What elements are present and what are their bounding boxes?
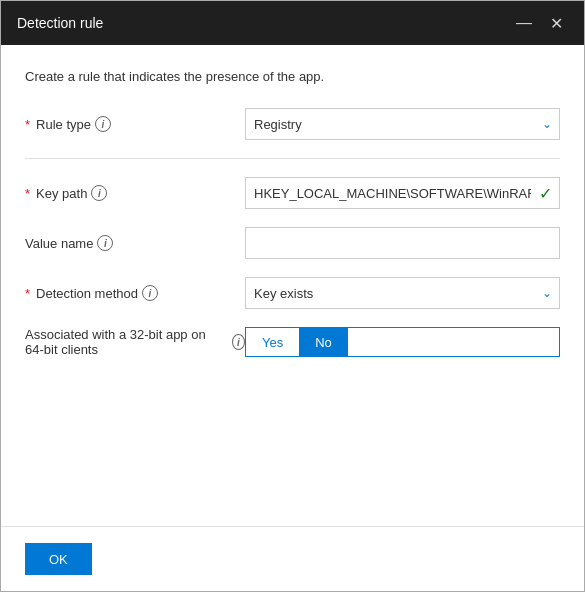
detection-method-select[interactable]: Key exists Does not exist String compari… [245,277,560,309]
rule-type-label: * Rule type i [25,116,245,132]
value-name-label: Value name i [25,235,245,251]
rule-type-select[interactable]: Registry File MSI PowerShell script [245,108,560,140]
detection-method-control: Key exists Does not exist String compari… [245,277,560,309]
value-name-label-text: Value name [25,236,93,251]
key-path-input[interactable] [245,177,560,209]
associated-32bit-label-text: Associated with a 32-bit app on 64-bit c… [25,327,228,357]
required-star-key-path: * [25,186,30,201]
key-path-row: * Key path i ✓ [25,177,560,209]
key-path-control: ✓ [245,177,560,209]
no-button[interactable]: No [299,328,348,356]
rule-type-info-icon: i [95,116,111,132]
title-bar: Detection rule — ✕ [1,1,584,45]
key-path-info-icon: i [91,185,107,201]
key-path-label-text: Key path [36,186,87,201]
ok-button[interactable]: OK [25,543,92,575]
rule-type-control: Registry File MSI PowerShell script ⌄ [245,108,560,140]
rule-type-row: * Rule type i Registry File MSI PowerShe… [25,108,560,140]
close-button[interactable]: ✕ [544,11,568,35]
divider-1 [25,158,560,159]
minimize-button[interactable]: — [512,11,536,35]
dialog-description: Create a rule that indicates the presenc… [25,69,560,84]
yes-no-toggle-group: Yes No [245,327,560,357]
required-star-detection-method: * [25,286,30,301]
rule-type-label-text: Rule type [36,117,91,132]
dialog-footer: OK [1,526,584,591]
detection-method-info-icon: i [142,285,158,301]
title-bar-controls: — ✕ [512,11,568,35]
detection-method-label-text: Detection method [36,286,138,301]
key-path-check-icon: ✓ [539,184,552,203]
associated-32bit-info-icon: i [232,334,245,350]
associated-32bit-label: Associated with a 32-bit app on 64-bit c… [25,327,245,357]
detection-method-row: * Detection method i Key exists Does not… [25,277,560,309]
dialog-title: Detection rule [17,15,103,31]
yes-button[interactable]: Yes [246,328,299,356]
key-path-label: * Key path i [25,185,245,201]
required-star-rule-type: * [25,117,30,132]
value-name-row: Value name i [25,227,560,259]
detection-method-label: * Detection method i [25,285,245,301]
value-name-control [245,227,560,259]
associated-32bit-control: Yes No [245,327,560,357]
dialog-content: Create a rule that indicates the presenc… [1,45,584,526]
value-name-info-icon: i [97,235,113,251]
value-name-input[interactable] [245,227,560,259]
key-path-input-wrapper: ✓ [245,177,560,209]
rule-type-select-wrapper: Registry File MSI PowerShell script ⌄ [245,108,560,140]
associated-32bit-row: Associated with a 32-bit app on 64-bit c… [25,327,560,357]
detection-method-select-wrapper: Key exists Does not exist String compari… [245,277,560,309]
dialog: Detection rule — ✕ Create a rule that in… [0,0,585,592]
